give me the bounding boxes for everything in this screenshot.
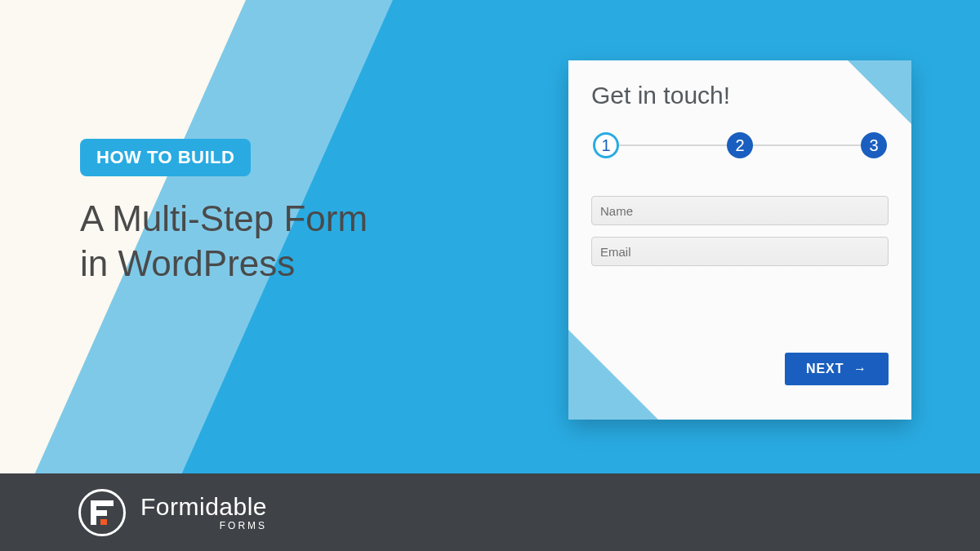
card-corner-decoration-bl [568,330,658,420]
arrow-right-icon: → [853,362,867,375]
next-button[interactable]: NEXT → [785,353,889,385]
promo-stage: HOW TO BUILD A Multi-Step Form in WordPr… [0,0,980,551]
brand-subname: FORMS [140,521,267,531]
headline-title-line2: in WordPress [80,243,295,283]
brand-logo-icon [78,489,126,536]
headline-title: A Multi-Step Form in WordPress [80,196,456,286]
headline-block: HOW TO BUILD A Multi-Step Form in WordPr… [80,139,456,286]
form-title: Get in touch! [591,82,889,109]
next-button-label: NEXT [806,362,844,375]
form-stepper: 1 2 3 [593,131,887,160]
step-1[interactable]: 1 [593,132,619,158]
brand-bar: Formidable FORMS [0,473,980,551]
email-field[interactable] [591,237,889,266]
step-3[interactable]: 3 [861,132,887,158]
step-2[interactable]: 2 [727,132,753,158]
form-card-inner: Get in touch! 1 2 3 [568,60,911,278]
headline-title-line1: A Multi-Step Form [80,198,368,238]
stepper-row: 1 2 3 [593,131,887,160]
name-field[interactable] [591,196,889,225]
headline-badge: HOW TO BUILD [80,139,251,176]
form-card: Get in touch! 1 2 3 NEXT → [568,60,911,420]
brand-name: Formidable [140,495,267,519]
brand-text: Formidable FORMS [140,495,267,531]
